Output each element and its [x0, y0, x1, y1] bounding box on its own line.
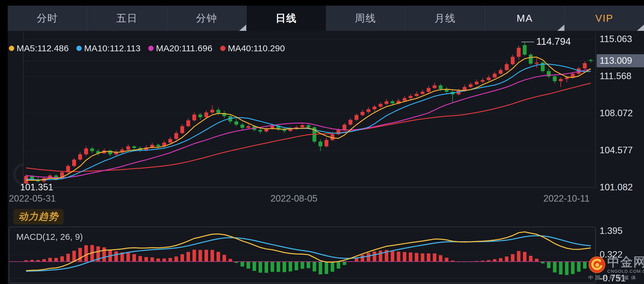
x-axis-date-middle: 2022-08-05	[271, 193, 318, 204]
price-axis-label: 104.577	[600, 145, 633, 156]
macd-axis-label: -0.751	[600, 273, 626, 284]
ma20-dot-icon	[148, 46, 154, 51]
momentum-trend-badge[interactable]: 动力趋势	[13, 209, 64, 224]
current-price-badge: 113.009	[597, 54, 644, 67]
ma40-legend-item: MA40:110.290	[220, 43, 285, 53]
ma20-legend-item: MA20:111.696	[148, 43, 212, 53]
macd-chart-canvas[interactable]	[9, 227, 595, 283]
ma5-legend-item: MA5:112.486	[9, 43, 69, 53]
corner-fold-icon	[557, 25, 564, 31]
ma10-dot-icon	[76, 46, 82, 51]
tab-vip[interactable]: VIP	[565, 6, 644, 31]
corner-fold-icon	[637, 25, 644, 31]
x-axis-date-end: 2022-10-11	[543, 193, 590, 204]
price-axis-label: 108.072	[600, 108, 633, 119]
price-axis-label: 111.568	[600, 71, 631, 82]
high-price-annotation: 114.794	[536, 36, 571, 47]
top-black-strip	[0, 0, 644, 6]
ma40-dot-icon	[220, 46, 226, 51]
timeframe-tabbar: 分时 五日 分钟 日线 周线 月线 MA VIP	[8, 6, 644, 31]
ma5-dot-icon	[9, 46, 14, 51]
macd-indicator-label: MACD(12, 26, 9)	[16, 232, 83, 242]
tab-daily[interactable]: 日线	[247, 6, 326, 31]
tab-minute-trend[interactable]: 分时	[8, 6, 87, 31]
ma-legend: MA5:112.486 MA10:112.113 MA20:111.696 MA…	[9, 43, 285, 53]
chart-app-background: 分时 五日 分钟 日线 周线 月线 MA VIP 汇通财经 MA5:112.48…	[0, 0, 644, 284]
tab-five-day[interactable]: 五日	[87, 6, 167, 31]
macd-axis-label: 1.395	[600, 226, 623, 236]
tab-ma[interactable]: MA	[485, 6, 565, 31]
tab-minutes[interactable]: 分钟	[167, 6, 247, 31]
tab-weekly[interactable]: 周线	[326, 6, 405, 31]
low-price-annotation: 101.351	[20, 182, 53, 193]
x-axis-date-start: 2022-05-31	[9, 193, 56, 204]
candlestick-chart-canvas[interactable]	[23, 33, 596, 189]
left-black-strip	[0, 0, 8, 284]
macd-axis-label: 0.322	[600, 249, 623, 260]
price-axis-label: 115.063	[600, 34, 632, 44]
corner-fold-icon	[239, 25, 246, 31]
tab-monthly[interactable]: 月线	[405, 6, 485, 31]
ma10-legend-item: MA10:112.113	[76, 43, 141, 53]
price-axis-label: 101.082	[600, 182, 633, 193]
